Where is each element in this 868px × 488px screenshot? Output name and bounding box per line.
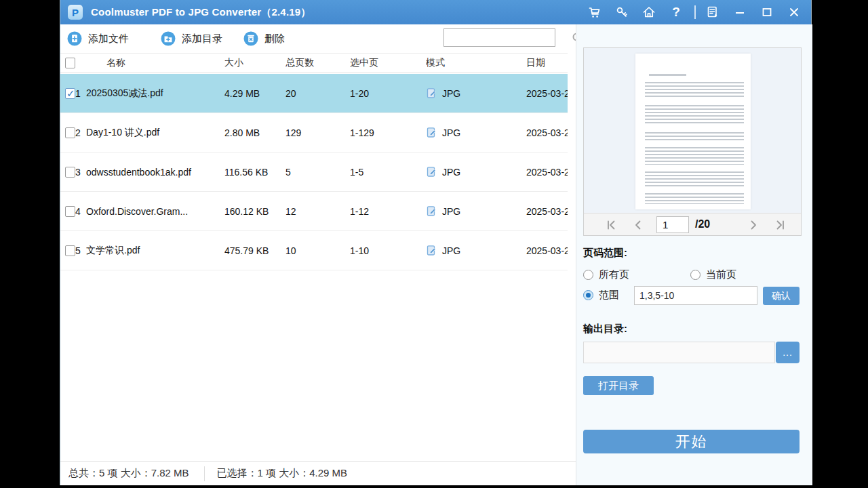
add-folder-icon bbox=[161, 31, 176, 46]
titlebar[interactable]: P Coolmuster PDF to JPG Converter（2.4.19… bbox=[60, 0, 811, 24]
radio-current-page[interactable]: 当前页 bbox=[690, 268, 736, 281]
radio-range[interactable]: 范围 bbox=[583, 289, 619, 302]
confirm-button[interactable]: 确认 bbox=[763, 287, 800, 305]
header-size[interactable]: 大小 bbox=[224, 57, 285, 69]
page-number-input[interactable] bbox=[656, 216, 689, 233]
mode-cell[interactable]: JPG bbox=[426, 205, 524, 217]
edit-mode-icon[interactable] bbox=[426, 127, 437, 138]
select-all-checkbox[interactable] bbox=[65, 58, 75, 68]
radio-current-page-circle[interactable] bbox=[690, 270, 701, 280]
selected-pages: 1-12 bbox=[350, 206, 426, 217]
file-name: Day1-10 讲义.pdf bbox=[86, 127, 224, 139]
file-name: 20250305减法.pdf bbox=[86, 87, 224, 100]
delete-icon bbox=[243, 31, 258, 46]
right-panel: /20 页码范围: 所有页 bbox=[576, 24, 812, 485]
edit-mode-icon[interactable] bbox=[426, 205, 437, 217]
header-pages[interactable]: 总页数 bbox=[285, 57, 350, 69]
file-size: 2.80 MB bbox=[224, 127, 285, 138]
table-row[interactable]: 1 20250305减法.pdf 4.29 MB 20 1-20 JPG 202… bbox=[60, 74, 568, 113]
edit-mode-icon[interactable] bbox=[426, 87, 437, 99]
radio-all-pages-circle[interactable] bbox=[583, 270, 593, 280]
row-checkbox[interactable] bbox=[65, 206, 75, 217]
table-row[interactable]: 5 文学常识.pdf 475.79 KB 10 1-10 JPG 2025-03… bbox=[60, 231, 568, 270]
radio-range-circle[interactable] bbox=[583, 290, 593, 300]
open-directory-button[interactable]: 打开目录 bbox=[583, 376, 654, 395]
file-table-body: 1 20250305减法.pdf 4.29 MB 20 1-20 JPG 202… bbox=[60, 74, 568, 270]
window-title: Coolmuster PDF to JPG Converter（2.4.19） bbox=[91, 6, 311, 19]
mode-label: JPG bbox=[442, 206, 460, 217]
mode-cell[interactable]: JPG bbox=[426, 127, 524, 138]
mode-label: JPG bbox=[442, 167, 460, 178]
row-checkbox[interactable] bbox=[65, 88, 75, 99]
delete-button[interactable]: 删除 bbox=[243, 24, 285, 53]
file-date: 2025-03-26 bbox=[524, 206, 568, 217]
row-checkbox[interactable] bbox=[65, 167, 75, 178]
preview-text-block bbox=[645, 193, 744, 204]
selected-pages: 1-129 bbox=[350, 127, 426, 138]
add-file-icon bbox=[67, 31, 82, 46]
preview-page bbox=[635, 54, 751, 209]
status-selected: 已选择：1 项 大小：4.29 MB bbox=[217, 467, 348, 480]
titlebar-buttons: ? bbox=[578, 0, 804, 24]
header-selected-pages[interactable]: 选中页 bbox=[350, 57, 426, 69]
mode-cell[interactable]: JPG bbox=[426, 87, 524, 99]
maximize-button[interactable] bbox=[757, 2, 777, 22]
mode-cell[interactable]: JPG bbox=[426, 166, 524, 178]
row-index: 4 bbox=[75, 206, 86, 217]
row-index: 1 bbox=[75, 88, 86, 99]
first-page-button[interactable] bbox=[604, 218, 618, 232]
preview-text-block bbox=[645, 147, 744, 165]
row-index: 2 bbox=[75, 127, 86, 138]
close-button[interactable] bbox=[784, 2, 804, 22]
register-icon[interactable] bbox=[703, 2, 723, 22]
total-pages: 20 bbox=[285, 88, 350, 99]
output-path-input[interactable] bbox=[583, 342, 775, 363]
edit-mode-icon[interactable] bbox=[426, 166, 437, 178]
file-size: 475.79 KB bbox=[224, 245, 285, 256]
table-row[interactable]: 3 odwsstudentbook1ak.pdf 116.56 KB 5 1-5… bbox=[60, 152, 568, 192]
total-pages: 129 bbox=[285, 127, 350, 138]
home-icon[interactable] bbox=[639, 2, 659, 22]
range-input[interactable] bbox=[634, 286, 757, 305]
add-file-label: 添加文件 bbox=[88, 33, 129, 45]
preview-text-line bbox=[649, 74, 686, 76]
browse-button[interactable]: ... bbox=[776, 342, 800, 363]
cart-icon[interactable] bbox=[585, 2, 605, 22]
start-button[interactable]: 开始 bbox=[583, 430, 800, 453]
selected-pages: 1-5 bbox=[350, 167, 426, 178]
file-date: 2025-03-26 bbox=[524, 167, 568, 178]
file-name: Oxford.Discover.Gram... bbox=[86, 206, 224, 217]
preview-text-block bbox=[645, 171, 744, 188]
key-icon[interactable] bbox=[612, 2, 632, 22]
preview-nav: /20 bbox=[584, 213, 801, 235]
mode-label: JPG bbox=[442, 127, 460, 138]
mode-label: JPG bbox=[442, 88, 460, 99]
next-page-button[interactable] bbox=[747, 218, 760, 232]
minimize-button[interactable] bbox=[730, 2, 750, 22]
header-mode[interactable]: 模式 bbox=[426, 57, 524, 69]
row-checkbox[interactable] bbox=[65, 245, 75, 256]
row-index: 5 bbox=[75, 245, 86, 256]
file-date: 2025-03-26 bbox=[524, 88, 568, 99]
row-checkbox[interactable] bbox=[65, 127, 75, 138]
table-row[interactable]: 4 Oxford.Discover.Gram... 160.12 KB 12 1… bbox=[60, 192, 568, 231]
radio-all-pages[interactable]: 所有页 bbox=[583, 268, 629, 281]
mode-cell[interactable]: JPG bbox=[426, 245, 524, 256]
status-bar: 总共：5 项 大小：7.82 MB 已选择：1 项 大小：4.29 MB bbox=[60, 461, 576, 485]
toolbar: 添加文件 添加目录 删除 bbox=[60, 24, 576, 53]
add-folder-button[interactable]: 添加目录 bbox=[161, 24, 222, 53]
last-page-button[interactable] bbox=[774, 218, 787, 232]
table-header: 名称 大小 总页数 选中页 模式 日期 bbox=[60, 53, 568, 73]
edit-mode-icon[interactable] bbox=[426, 245, 437, 256]
table-row[interactable]: 2 Day1-10 讲义.pdf 2.80 MB 129 1-129 JPG 2… bbox=[60, 113, 568, 152]
help-icon[interactable]: ? bbox=[666, 2, 686, 22]
header-name[interactable]: 名称 bbox=[86, 57, 224, 69]
titlebar-separator bbox=[694, 5, 696, 19]
status-total: 总共：5 项 大小：7.82 MB bbox=[68, 467, 189, 480]
total-pages: 10 bbox=[285, 245, 350, 256]
file-size: 160.12 KB bbox=[224, 206, 285, 217]
prev-page-button[interactable] bbox=[631, 218, 645, 232]
add-file-button[interactable]: 添加文件 bbox=[67, 24, 129, 53]
header-date[interactable]: 日期 bbox=[524, 57, 568, 69]
search-input[interactable] bbox=[444, 29, 571, 46]
